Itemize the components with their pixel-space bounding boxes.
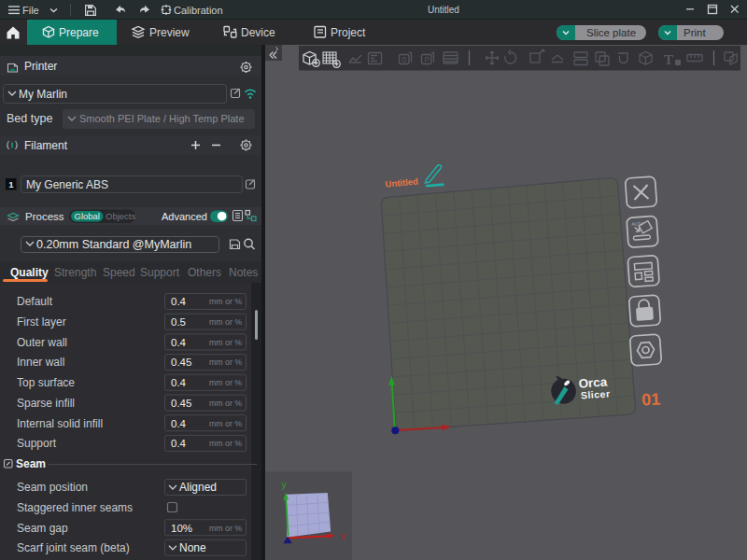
svg-text:mm or %: mm or %	[209, 524, 242, 533]
svg-text:Seam position: Seam position	[17, 481, 88, 494]
svg-text:None: None	[179, 541, 206, 554]
svg-text:Advanced: Advanced	[162, 211, 207, 222]
svg-text:AUTO: AUTO	[631, 221, 643, 227]
svg-text:Bed type: Bed type	[7, 112, 52, 125]
svg-text:Inner wall: Inner wall	[17, 356, 64, 369]
svg-text:Seam gap: Seam gap	[17, 522, 68, 535]
svg-text:Filament: Filament	[24, 139, 68, 152]
svg-text:Objects: Objects	[106, 211, 135, 221]
svg-text:0.4: 0.4	[171, 438, 187, 449]
svg-text:0.45: 0.45	[171, 398, 191, 409]
svg-text:Quality: Quality	[10, 266, 49, 279]
svg-text:Top surface: Top surface	[17, 376, 75, 389]
svg-text:10%: 10%	[171, 523, 192, 534]
svg-text:y: y	[282, 480, 287, 490]
svg-text:Preview: Preview	[149, 26, 190, 39]
svg-text:Seam: Seam	[16, 457, 46, 470]
svg-text:0.4: 0.4	[171, 418, 187, 429]
svg-text:Slice plate: Slice plate	[586, 27, 636, 38]
svg-text:Printer: Printer	[24, 60, 57, 73]
svg-text:Device: Device	[241, 26, 275, 39]
svg-text:0.20mm Standard @MyMarlin: 0.20mm Standard @MyMarlin	[36, 238, 191, 251]
svg-text:Default: Default	[17, 295, 53, 308]
svg-text:Support: Support	[140, 266, 180, 279]
svg-text:1: 1	[8, 179, 14, 189]
svg-text:Print: Print	[684, 27, 706, 38]
svg-text:Process: Process	[25, 211, 64, 222]
svg-text:mm or %: mm or %	[209, 357, 242, 367]
svg-text:Others: Others	[188, 266, 221, 279]
svg-text:Project: Project	[331, 26, 366, 39]
svg-text:First layer: First layer	[17, 315, 66, 329]
svg-text:Notes: Notes	[229, 266, 258, 279]
svg-text:mm or %: mm or %	[209, 338, 242, 347]
svg-text:mm or %: mm or %	[209, 419, 242, 428]
svg-text:mm or %: mm or %	[209, 297, 242, 306]
svg-text:mm or %: mm or %	[209, 378, 242, 387]
svg-text:Untitled: Untitled	[428, 5, 459, 15]
svg-text:01: 01	[641, 390, 661, 410]
svg-text:Prepare: Prepare	[59, 26, 99, 39]
svg-text:0.4: 0.4	[171, 377, 187, 388]
svg-text:Speed: Speed	[103, 266, 135, 279]
svg-text:P: P	[425, 55, 430, 64]
svg-text:My Generic ABS: My Generic ABS	[26, 178, 108, 191]
svg-text:mm or %: mm or %	[209, 317, 242, 327]
svg-text:0.4: 0.4	[171, 296, 187, 307]
svg-text:Calibration: Calibration	[174, 5, 223, 16]
svg-text:Internal solid infill: Internal solid infill	[17, 417, 103, 430]
svg-text:File: File	[22, 5, 39, 16]
svg-text:mm or %: mm or %	[209, 399, 242, 408]
svg-text:Strength: Strength	[54, 266, 96, 279]
svg-text:0.4: 0.4	[171, 337, 187, 348]
svg-text:Scarf joint seam (beta): Scarf joint seam (beta)	[17, 541, 130, 554]
svg-text:x: x	[341, 531, 345, 541]
svg-text:Smooth PEI Plate / High Temp P: Smooth PEI Plate / High Temp Plate	[79, 113, 245, 124]
svg-text:Global: Global	[75, 211, 100, 221]
svg-text:Outer wall: Outer wall	[17, 336, 67, 349]
svg-text:mm or %: mm or %	[209, 439, 242, 448]
svg-text:Aligned: Aligned	[179, 481, 217, 494]
svg-text:Sparse infill: Sparse infill	[17, 397, 75, 410]
svg-text:0.5: 0.5	[171, 316, 186, 328]
svg-text:0.45: 0.45	[171, 357, 191, 368]
svg-text:Support: Support	[17, 437, 57, 450]
svg-text:T: T	[664, 52, 673, 67]
svg-text:Staggered inner seams: Staggered inner seams	[17, 501, 133, 514]
svg-text:Slicer: Slicer	[581, 387, 611, 400]
svg-text:My Marlin: My Marlin	[19, 88, 67, 101]
svg-text:0: 0	[402, 55, 407, 64]
